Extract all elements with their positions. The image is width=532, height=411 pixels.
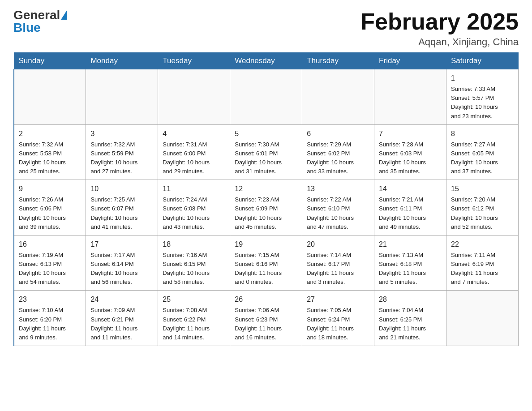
calendar-cell [14, 69, 86, 125]
calendar-cell: 28Sunrise: 7:04 AM Sunset: 6:25 PM Dayli… [374, 291, 446, 346]
day-info: Sunrise: 7:05 AM Sunset: 6:24 PM Dayligh… [307, 307, 354, 340]
day-number: 17 [90, 239, 153, 250]
day-number: 18 [163, 239, 225, 250]
day-of-week-header: Thursday [302, 53, 374, 69]
day-number: 20 [307, 239, 369, 250]
calendar-cell: 9Sunrise: 7:26 AM Sunset: 6:06 PM Daylig… [14, 180, 86, 235]
day-number: 4 [163, 128, 225, 139]
calendar-cell: 24Sunrise: 7:09 AM Sunset: 6:21 PM Dayli… [86, 291, 158, 346]
day-info: Sunrise: 7:17 AM Sunset: 6:14 PM Dayligh… [90, 252, 137, 285]
calendar-cell: 6Sunrise: 7:29 AM Sunset: 6:02 PM Daylig… [302, 124, 374, 180]
day-info: Sunrise: 7:31 AM Sunset: 6:00 PM Dayligh… [163, 141, 210, 175]
calendar-cell: 8Sunrise: 7:27 AM Sunset: 6:05 PM Daylig… [446, 124, 519, 180]
logo-blue-text: Blue [13, 21, 41, 34]
calendar-cell: 21Sunrise: 7:13 AM Sunset: 6:18 PM Dayli… [374, 235, 446, 291]
calendar-cell: 23Sunrise: 7:10 AM Sunset: 6:20 PM Dayli… [14, 291, 86, 346]
calendar-week-row: 1Sunrise: 7:33 AM Sunset: 5:57 PM Daylig… [14, 69, 519, 125]
day-info: Sunrise: 7:29 AM Sunset: 6:02 PM Dayligh… [307, 141, 354, 175]
calendar-week-row: 9Sunrise: 7:26 AM Sunset: 6:06 PM Daylig… [14, 180, 519, 235]
calendar-cell: 17Sunrise: 7:17 AM Sunset: 6:14 PM Dayli… [86, 235, 158, 291]
calendar-cell: 5Sunrise: 7:30 AM Sunset: 6:01 PM Daylig… [230, 124, 302, 180]
calendar-cell: 7Sunrise: 7:28 AM Sunset: 6:03 PM Daylig… [374, 124, 446, 180]
day-number: 28 [379, 294, 442, 305]
day-number: 1 [451, 73, 514, 84]
day-info: Sunrise: 7:11 AM Sunset: 6:19 PM Dayligh… [451, 252, 498, 285]
logo-general-text: General [13, 9, 60, 21]
day-info: Sunrise: 7:21 AM Sunset: 6:11 PM Dayligh… [379, 196, 426, 230]
day-number: 11 [163, 184, 225, 194]
day-info: Sunrise: 7:30 AM Sunset: 6:01 PM Dayligh… [235, 141, 282, 175]
day-info: Sunrise: 7:19 AM Sunset: 6:13 PM Dayligh… [19, 252, 66, 285]
day-info: Sunrise: 7:32 AM Sunset: 5:59 PM Dayligh… [90, 141, 137, 175]
calendar-cell [86, 69, 158, 125]
day-info: Sunrise: 7:28 AM Sunset: 6:03 PM Dayligh… [379, 141, 426, 175]
calendar-table: SundayMondayTuesdayWednesdayThursdayFrid… [13, 52, 519, 346]
calendar-cell: 16Sunrise: 7:19 AM Sunset: 6:13 PM Dayli… [14, 235, 86, 291]
day-info: Sunrise: 7:24 AM Sunset: 6:08 PM Dayligh… [163, 196, 210, 230]
day-info: Sunrise: 7:10 AM Sunset: 6:20 PM Dayligh… [19, 307, 66, 340]
day-info: Sunrise: 7:22 AM Sunset: 6:10 PM Dayligh… [307, 196, 354, 230]
calendar-cell: 26Sunrise: 7:06 AM Sunset: 6:23 PM Dayli… [230, 291, 302, 346]
day-info: Sunrise: 7:25 AM Sunset: 6:07 PM Dayligh… [90, 196, 137, 230]
month-title: February 2025 [360, 9, 519, 34]
calendar-cell: 11Sunrise: 7:24 AM Sunset: 6:08 PM Dayli… [158, 180, 230, 235]
day-info: Sunrise: 7:13 AM Sunset: 6:18 PM Dayligh… [379, 252, 426, 285]
day-number: 21 [379, 239, 442, 250]
day-number: 12 [235, 184, 297, 194]
calendar-cell: 18Sunrise: 7:16 AM Sunset: 6:15 PM Dayli… [158, 235, 230, 291]
calendar-cell: 20Sunrise: 7:14 AM Sunset: 6:17 PM Dayli… [302, 235, 374, 291]
day-of-week-header: Monday [86, 53, 158, 69]
calendar-week-row: 16Sunrise: 7:19 AM Sunset: 6:13 PM Dayli… [14, 235, 519, 291]
day-info: Sunrise: 7:16 AM Sunset: 6:15 PM Dayligh… [163, 252, 210, 285]
day-of-week-header: Tuesday [158, 53, 230, 69]
day-of-week-header: Saturday [446, 53, 519, 69]
calendar-cell: 25Sunrise: 7:08 AM Sunset: 6:22 PM Dayli… [158, 291, 230, 346]
day-number: 23 [19, 294, 81, 305]
calendar-cell: 19Sunrise: 7:15 AM Sunset: 6:16 PM Dayli… [230, 235, 302, 291]
day-number: 7 [379, 128, 442, 139]
day-of-week-header: Friday [374, 53, 446, 69]
day-of-week-header: Sunday [14, 53, 86, 69]
day-info: Sunrise: 7:09 AM Sunset: 6:21 PM Dayligh… [90, 307, 137, 340]
calendar-header-row: SundayMondayTuesdayWednesdayThursdayFrid… [14, 53, 519, 69]
day-info: Sunrise: 7:04 AM Sunset: 6:25 PM Dayligh… [379, 307, 426, 340]
calendar-cell: 27Sunrise: 7:05 AM Sunset: 6:24 PM Dayli… [302, 291, 374, 346]
day-number: 15 [451, 184, 514, 194]
calendar-cell: 10Sunrise: 7:25 AM Sunset: 6:07 PM Dayli… [86, 180, 158, 235]
day-info: Sunrise: 7:27 AM Sunset: 6:05 PM Dayligh… [451, 141, 498, 175]
calendar-cell: 13Sunrise: 7:22 AM Sunset: 6:10 PM Dayli… [302, 180, 374, 235]
calendar-week-row: 2Sunrise: 7:32 AM Sunset: 5:58 PM Daylig… [14, 124, 519, 180]
calendar-cell [374, 69, 446, 125]
calendar-cell: 22Sunrise: 7:11 AM Sunset: 6:19 PM Dayli… [446, 235, 519, 291]
day-number: 8 [451, 128, 514, 139]
calendar-cell: 3Sunrise: 7:32 AM Sunset: 5:59 PM Daylig… [86, 124, 158, 180]
location-text: Aqqan, Xinjiang, China [360, 36, 519, 48]
day-info: Sunrise: 7:26 AM Sunset: 6:06 PM Dayligh… [19, 196, 66, 230]
day-number: 27 [307, 294, 369, 305]
day-info: Sunrise: 7:20 AM Sunset: 6:12 PM Dayligh… [451, 196, 498, 230]
day-info: Sunrise: 7:06 AM Sunset: 6:23 PM Dayligh… [235, 307, 282, 340]
day-number: 24 [90, 294, 153, 305]
calendar-cell: 1Sunrise: 7:33 AM Sunset: 5:57 PM Daylig… [446, 69, 519, 125]
logo-triangle-icon [61, 10, 67, 20]
day-number: 26 [235, 294, 297, 305]
day-number: 10 [90, 184, 153, 194]
calendar-cell: 12Sunrise: 7:23 AM Sunset: 6:09 PM Dayli… [230, 180, 302, 235]
calendar-cell [302, 69, 374, 125]
logo: General Blue [13, 9, 67, 34]
day-number: 9 [19, 184, 81, 194]
page-header: General Blue February 2025 Aqqan, Xinjia… [13, 9, 519, 48]
day-number: 14 [379, 184, 442, 194]
day-number: 16 [19, 239, 81, 250]
day-number: 5 [235, 128, 297, 139]
day-info: Sunrise: 7:14 AM Sunset: 6:17 PM Dayligh… [307, 252, 354, 285]
day-info: Sunrise: 7:33 AM Sunset: 5:57 PM Dayligh… [451, 86, 498, 119]
day-number: 2 [19, 128, 81, 139]
calendar-cell: 2Sunrise: 7:32 AM Sunset: 5:58 PM Daylig… [14, 124, 86, 180]
calendar-week-row: 23Sunrise: 7:10 AM Sunset: 6:20 PM Dayli… [14, 291, 519, 346]
calendar-cell [230, 69, 302, 125]
calendar-cell [158, 69, 230, 125]
day-number: 13 [307, 184, 369, 194]
day-number: 3 [90, 128, 153, 139]
calendar-cell: 15Sunrise: 7:20 AM Sunset: 6:12 PM Dayli… [446, 180, 519, 235]
